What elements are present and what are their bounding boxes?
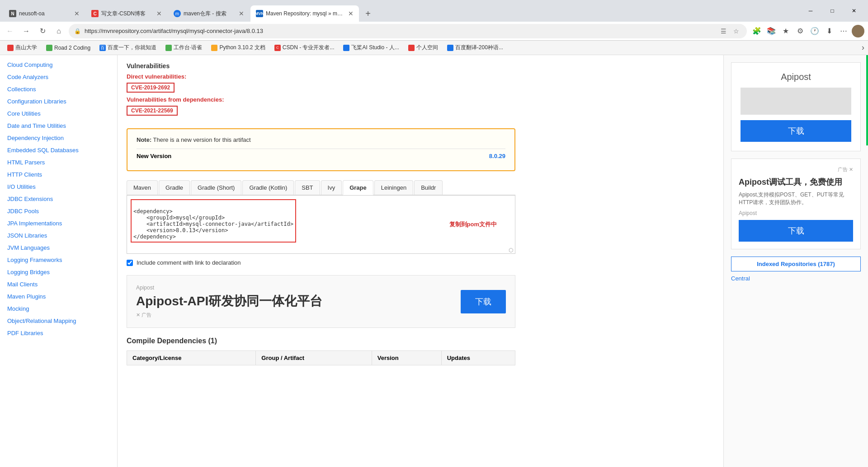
cve2-badge[interactable]: CVE-2021-22569 (127, 106, 178, 116)
sidebar-item-logging-bridges[interactable]: Logging Bridges (0, 266, 117, 278)
tab3-close[interactable]: ✕ (239, 10, 244, 17)
window-controls: ─ □ ✕ (800, 0, 868, 22)
tab4-close[interactable]: ✕ (348, 10, 354, 17)
home-button[interactable]: ⌂ (52, 25, 65, 37)
tab-gradle-short[interactable]: Gradle (Short) (191, 180, 241, 195)
right-sidebar: Apipost 下载 广告 ✕ Apipost调试工具，免费使用 Apipost… (723, 55, 868, 467)
read-mode-icon[interactable]: ☰ (718, 26, 729, 37)
more-icon[interactable]: ⋯ (837, 25, 850, 37)
url-text: https://mvnrepository.com/artifact/mysql… (85, 28, 714, 34)
tab-maven[interactable]: Maven (127, 180, 158, 195)
forward-button[interactable]: → (20, 25, 33, 37)
minimize-button[interactable]: ─ (800, 3, 821, 19)
profile-avatar[interactable] (852, 25, 864, 37)
copy-to-pom-button[interactable]: 复制到pom文件中 (449, 220, 497, 229)
downloads-icon[interactable]: ⬇ (823, 25, 835, 37)
settings-icon[interactable]: ⚙ (794, 25, 807, 37)
bookmark-ysu[interactable]: 燕山大学 (4, 43, 41, 52)
comment-checkbox[interactable] (127, 260, 133, 266)
sidebar-item-jpa-implementations[interactable]: JPA Implementations (0, 217, 117, 229)
close-button[interactable]: ✕ (844, 3, 864, 19)
bookmark-personal[interactable]: 个人空间 (405, 43, 442, 52)
browser-tab-3[interactable]: m maven仓库 - 搜索 ✕ (168, 5, 250, 22)
sidebar-item-code-analyzers[interactable]: Code Analyzers (0, 71, 117, 83)
tab1-close[interactable]: ✕ (74, 10, 80, 17)
sidebar-item-dependency-injection[interactable]: Dependency Injection (0, 132, 117, 144)
compile-deps-table: Category/License Group / Artifact Versio… (127, 350, 515, 365)
sidebar-item-maven-plugins[interactable]: Maven Plugins (0, 290, 117, 303)
code-content[interactable]: <dependency> <groupId>mysql</groupId> <a… (133, 202, 293, 240)
bookmark-label-personal: 个人空间 (416, 44, 438, 51)
tab2-close[interactable]: ✕ (156, 10, 162, 17)
bookmark-favicon-ysu (7, 45, 14, 51)
browser-tab-1[interactable]: N neusoft-oa ✕ (4, 5, 85, 22)
tab4-title: Maven Repository: mysql » mys... (266, 10, 345, 17)
bookmark-road2coding[interactable]: Road 2 Coding (42, 44, 94, 52)
browser-tab-2[interactable]: C 写文章-CSDN博客 ✕ (86, 5, 167, 22)
right-download-button-1[interactable]: 下载 (741, 120, 851, 142)
bookmark-yuque[interactable]: 工作台·语雀 (162, 43, 206, 52)
tab-buildr[interactable]: Buildr (414, 180, 443, 195)
central-link[interactable]: Central (731, 275, 861, 282)
bookmark-aistudio[interactable]: 飞桨AI Studio - 人... (340, 43, 402, 52)
bookmark-favicon-python (211, 45, 217, 51)
tab-sbt[interactable]: SBT (295, 180, 320, 195)
resize-handle[interactable]: ⬡ (509, 247, 514, 252)
ad-corner-label[interactable]: 广告 ✕ (739, 166, 853, 173)
bookmark-translate[interactable]: 百度翻译-200种语... (443, 43, 507, 52)
tab-ivy[interactable]: Ivy (321, 180, 342, 195)
sidebar-item-http-clients[interactable]: HTTP Clients (0, 168, 117, 181)
tab3-title: maven仓库 - 搜索 (184, 10, 236, 18)
tab1-favicon: N (9, 10, 16, 17)
favorites-icon[interactable]: ★ (779, 25, 792, 37)
cve1-badge[interactable]: CVE-2019-2692 (127, 83, 175, 93)
bookmark-baidu[interactable]: 百 百度一下，你就知道 (96, 43, 160, 52)
extensions-icon[interactable]: 🧩 (750, 25, 763, 37)
code-container: <dependency> <groupId>mysql</groupId> <a… (127, 195, 515, 254)
history-icon[interactable]: 🕐 (808, 25, 821, 37)
bookmark-favicon-baidu: 百 (99, 45, 106, 51)
sidebar-item-jdbc-extensions[interactable]: JDBC Extensions (0, 193, 117, 205)
sidebar-item-date-time-utilities[interactable]: Date and Time Utilities (0, 120, 117, 132)
sidebar-item-object-relational-mapping[interactable]: Object/Relational Mapping (0, 315, 117, 327)
sidebar-item-html-parsers[interactable]: HTML Parsers (0, 156, 117, 168)
bookmark-csdn[interactable]: C CSDN - 专业开发者... (271, 43, 338, 52)
comment-checkbox-row: Include comment with link to declaration (127, 259, 515, 266)
sidebar-item-jvm-languages[interactable]: JVM Languages (0, 242, 117, 254)
sidebar-item-collections[interactable]: Collections (0, 83, 117, 95)
vulnerabilities-section: Vulnerabilities Direct vulnerabilities: … (127, 62, 515, 119)
back-button[interactable]: ← (4, 25, 16, 37)
sidebar-item-jdbc-pools[interactable]: JDBC Pools (0, 205, 117, 217)
tab-leiningen[interactable]: Leiningen (374, 180, 413, 195)
collections-icon[interactable]: 📚 (765, 25, 778, 37)
url-bar[interactable]: 🔒 https://mvnrepository.com/artifact/mys… (69, 24, 747, 38)
sidebar-item-mocking[interactable]: Mocking (0, 303, 117, 315)
star-icon[interactable]: ☆ (731, 26, 741, 37)
tab-gradle-kotlin[interactable]: Gradle (Kotlin) (242, 180, 294, 195)
sidebar-item-mail-clients[interactable]: Mail Clients (0, 278, 117, 290)
tab-gradle[interactable]: Gradle (159, 180, 190, 195)
vuln-label: Vulnerabilities (127, 62, 515, 70)
sidebar-item-json-libraries[interactable]: JSON Libraries (0, 229, 117, 242)
reload-button[interactable]: ↻ (36, 25, 49, 37)
browser-tab-4[interactable]: MVN Maven Repository: mysql » mys... ✕ (250, 5, 359, 22)
tab-grape[interactable]: Grape (343, 180, 373, 195)
sidebar-item-cloud-computing[interactable]: Cloud Computing (0, 59, 117, 71)
sidebar-item-configuration-libraries[interactable]: Configuration Libraries (0, 95, 117, 107)
sidebar-item-pdf-libraries[interactable]: PDF Libraries (0, 327, 117, 339)
bookmarks-more[interactable]: › (862, 43, 864, 52)
ad-tag[interactable]: ✕ 广告 (136, 312, 322, 318)
sidebar-item-logging-frameworks[interactable]: Logging Frameworks (0, 254, 117, 266)
ad-brand: Apipost (136, 285, 322, 291)
maximize-button[interactable]: □ (822, 3, 843, 19)
ad-download-button[interactable]: 下载 (461, 290, 506, 313)
version-value[interactable]: 8.0.29 (489, 153, 505, 159)
bookmark-python[interactable]: Python 3.10.2 文档 (208, 43, 269, 52)
indexed-repos[interactable]: Indexed Repositories (1787) (731, 257, 861, 271)
sidebar-item-core-utilities[interactable]: Core Utilities (0, 107, 117, 120)
sidebar-item-embedded-sql[interactable]: Embedded SQL Databases (0, 144, 117, 156)
sidebar-item-io-utilities[interactable]: I/O Utilities (0, 181, 117, 193)
right-download-button-2[interactable]: 下载 (739, 220, 853, 242)
right-ad-desc: Apipost,支持模拟POST、GET、PUT等常见HTTP请求，支持团队协作… (739, 191, 853, 206)
new-tab-button[interactable]: + (360, 5, 376, 22)
